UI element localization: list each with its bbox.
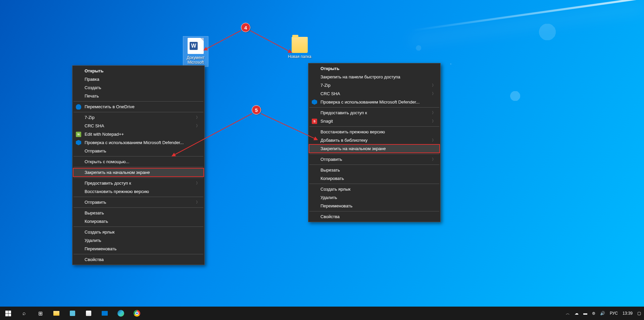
menu-item-cut[interactable]: Вырезать (309, 166, 440, 174)
taskbar-app-mail[interactable] (97, 307, 113, 320)
menu-item-restore-version[interactable]: Восстановить прежнюю версию (73, 187, 204, 196)
clock[interactable]: 13:39 (622, 311, 634, 316)
menu-item-add-to-library[interactable]: Добавить в библиотеку〉 (309, 136, 440, 144)
menu-separator (73, 112, 203, 112)
menu-item-cut[interactable]: Вырезать (73, 209, 204, 217)
menu-item-print[interactable]: Печать (73, 92, 204, 100)
windows-icon (5, 311, 11, 316)
start-button[interactable] (0, 307, 16, 320)
word-icon (188, 38, 204, 54)
menu-item-crcsha[interactable]: CRC SHA〉 (309, 89, 440, 98)
task-view-button[interactable]: ⊞ (32, 307, 48, 320)
menu-item-label: Закрепить на начальном экране (320, 146, 386, 151)
taskbar-app-store[interactable] (81, 307, 97, 320)
menu-item-rename[interactable]: Переименовать (309, 202, 440, 210)
menu-item-delete[interactable]: Удалить (73, 236, 204, 245)
battery-icon[interactable]: ▬ (582, 311, 588, 316)
menu-item-label: Открыть (320, 66, 339, 71)
tray-overflow-button[interactable]: ︿ (565, 311, 571, 316)
menu-item-sendto[interactable]: Отправить〉 (309, 155, 440, 164)
menu-item-share-access[interactable]: Предоставить доступ к〉 (309, 109, 440, 117)
menu-item-open[interactable]: Открыть (73, 67, 204, 75)
notepadpp-icon: N (76, 132, 81, 137)
menu-item-crcsha[interactable]: CRC SHA〉 (73, 122, 204, 130)
menu-item-label: Создать (85, 85, 101, 90)
menu-separator (309, 107, 439, 108)
annotation-badge-5: 5 (252, 105, 261, 115)
chevron-right-icon: 〉 (432, 110, 436, 115)
menu-item-defender[interactable]: Проверка с использованием Microsoft Defe… (309, 98, 440, 106)
menu-item-pin-to-start[interactable]: Закрепить на начальном экране (73, 168, 204, 177)
menu-item-open[interactable]: Открыть (309, 64, 440, 73)
menu-item-restore-version[interactable]: Восстановить прежнюю версию (309, 128, 440, 136)
wifi-icon[interactable]: ⊚ (591, 311, 596, 316)
menu-item-snagit[interactable]: SSnagit〉 (309, 117, 440, 125)
menu-item-create[interactable]: Создать (73, 83, 204, 92)
menu-separator (73, 254, 203, 254)
taskbar-app[interactable] (64, 307, 81, 320)
store-icon (86, 311, 91, 316)
menu-item-7zip[interactable]: 7-Zip〉 (73, 113, 204, 122)
menu-item-label: Отправить (320, 157, 342, 162)
menu-item-label: Создать ярлык (85, 230, 114, 235)
menu-item-label: Edit with Notepad++ (85, 132, 124, 137)
menu-item-properties[interactable]: Свойства (309, 212, 440, 221)
menu-item-defender[interactable]: Проверка с использованием Microsoft Defe… (73, 138, 204, 147)
menu-item-label: Создать ярлык (320, 187, 350, 192)
taskbar: ⌕ ⊞ ︿ ☁ ▬ ⊚ 🔊 РУС 13:39 ▢ (0, 307, 644, 320)
menu-item-label: Открыть с помощью... (85, 159, 129, 164)
chevron-right-icon: 〉 (196, 181, 200, 186)
menu-item-share-access[interactable]: Предоставить доступ к〉 (73, 179, 204, 187)
taskbar-app-edge[interactable] (113, 307, 129, 320)
menu-item-sendto[interactable]: Отправить〉 (73, 198, 204, 206)
menu-item-create-shortcut[interactable]: Создать ярлык (73, 228, 204, 236)
menu-item-label: CRC SHA (85, 123, 104, 128)
menu-item-label: Открыть (85, 68, 103, 73)
menu-item-create-shortcut[interactable]: Создать ярлык (309, 185, 440, 193)
menu-item-label: Копировать (85, 219, 108, 224)
menu-item-label: Удалить (85, 238, 101, 243)
menu-item-send[interactable]: Отправить (73, 147, 204, 155)
shield-icon (76, 140, 81, 145)
menu-item-copy[interactable]: Копировать (73, 217, 204, 226)
menu-item-rename[interactable]: Переименовать (73, 245, 204, 253)
menu-item-copy[interactable]: Копировать (309, 174, 440, 183)
context-menu-folder: Открыть Закрепить на панели быстрого дос… (308, 63, 441, 222)
mail-icon (102, 311, 108, 316)
language-indicator[interactable]: РУС (609, 311, 619, 316)
menu-separator (73, 101, 203, 102)
menu-separator (73, 197, 203, 197)
menu-separator (309, 165, 439, 165)
menu-item-onedrive[interactable]: Переместить в OneDrive (73, 103, 204, 111)
menu-item-label: Свойства (85, 257, 104, 262)
menu-separator (73, 207, 203, 208)
desktop-icon-folder[interactable]: Новая папка (287, 37, 312, 59)
menu-item-label: Переместить в OneDrive (85, 104, 135, 109)
menu-item-pin-to-start[interactable]: Закрепить на начальном экране (309, 144, 440, 153)
menu-item-label: Вырезать (320, 168, 340, 173)
desktop-icon-label: Новая папка (287, 54, 312, 59)
menu-item-label: Отправить (85, 200, 106, 205)
menu-separator (73, 167, 203, 167)
chevron-right-icon: 〉 (196, 123, 200, 128)
menu-item-notepadpp[interactable]: NEdit with Notepad++ (73, 130, 204, 138)
onedrive-tray-icon[interactable]: ☁ (574, 311, 580, 316)
menu-item-properties[interactable]: Свойства (73, 255, 204, 264)
menu-item-7zip[interactable]: 7-Zip〉 (309, 81, 440, 89)
chevron-right-icon: 〉 (196, 115, 200, 120)
annotation-badge-4: 4 (241, 23, 250, 32)
volume-icon[interactable]: 🔊 (599, 311, 606, 316)
menu-item-pin-quick-access[interactable]: Закрепить на панели быстрого доступа (309, 73, 440, 81)
menu-item-delete[interactable]: Удалить (309, 193, 440, 202)
menu-item-edit[interactable]: Правка (73, 75, 204, 83)
chevron-right-icon: 〉 (432, 157, 436, 162)
menu-item-label: 7-Zip (320, 83, 331, 88)
chevron-right-icon: 〉 (432, 119, 436, 124)
menu-item-openwith[interactable]: Открыть с помощью... (73, 157, 204, 166)
taskbar-app-explorer[interactable] (48, 307, 64, 320)
chevron-right-icon: 〉 (196, 200, 200, 205)
action-center-button[interactable]: ▢ (636, 311, 642, 316)
taskbar-app-chrome[interactable] (129, 307, 145, 320)
search-button[interactable]: ⌕ (16, 307, 32, 320)
menu-item-label: Переименовать (85, 246, 116, 251)
